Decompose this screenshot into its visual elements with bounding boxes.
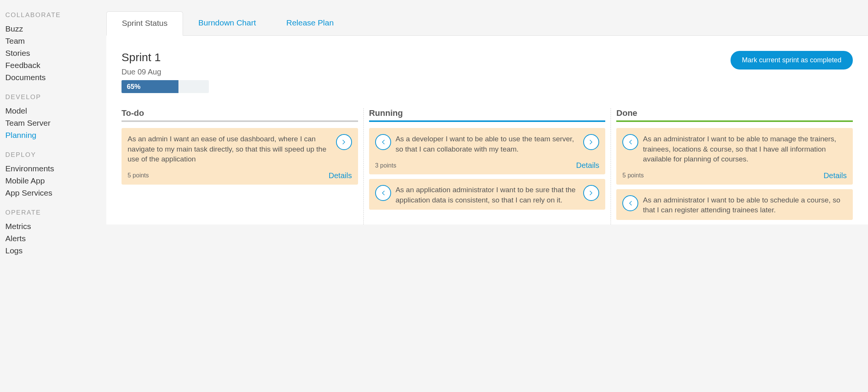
- chevron-left-icon: [628, 139, 633, 145]
- chevron-left-icon: [628, 201, 633, 206]
- sidebar-item-feedback[interactable]: Feedback: [5, 59, 106, 71]
- move-right-button[interactable]: [583, 185, 599, 201]
- sidebar-item-team-server[interactable]: Team Server: [5, 117, 106, 129]
- mark-complete-button[interactable]: Mark current sprint as completed: [731, 51, 853, 70]
- main: Sprint StatusBurndown ChartRelease Plan …: [106, 0, 868, 392]
- move-left-button[interactable]: [375, 134, 391, 150]
- chevron-right-icon: [589, 190, 593, 196]
- sidebar-section: DEVELOPModelTeam ServerPlanning: [5, 93, 106, 141]
- story-card[interactable]: As an administrator I want to be able to…: [616, 189, 853, 220]
- content: Sprint 1 Due 09 Aug 65% Mark current spr…: [106, 36, 868, 224]
- sidebar-item-buzz[interactable]: Buzz: [5, 23, 106, 35]
- card-footer: 3 pointsDetails: [375, 161, 600, 170]
- story-text: As a developer I want to be able to use …: [396, 134, 579, 154]
- sprint-info: Sprint 1 Due 09 Aug 65%: [122, 51, 209, 93]
- sprint-header: Sprint 1 Due 09 Aug 65% Mark current spr…: [122, 51, 853, 93]
- chevron-right-icon: [589, 139, 593, 145]
- story-card[interactable]: As a developer I want to be able to use …: [369, 128, 606, 174]
- board: To-doAs an admin I want an ease of use d…: [122, 108, 853, 224]
- sidebar-item-mobile-app[interactable]: Mobile App: [5, 175, 106, 187]
- story-text: As an administrator I want to be able to…: [643, 134, 847, 164]
- sidebar-section-title: OPERATE: [5, 209, 106, 217]
- progress-bar-fill: 65%: [122, 80, 178, 93]
- story-points: 5 points: [128, 172, 149, 179]
- tabs: Sprint StatusBurndown ChartRelease Plan: [106, 0, 868, 36]
- card-top: As a developer I want to be able to use …: [375, 134, 600, 154]
- column-title: Running: [369, 108, 606, 122]
- card-footer: 5 pointsDetails: [128, 171, 352, 180]
- card-top: As an administrator I want to be able to…: [622, 134, 847, 164]
- sidebar-section-title: DEVELOP: [5, 93, 106, 101]
- sidebar-item-metrics[interactable]: Metrics: [5, 220, 106, 232]
- column-to-do: To-doAs an admin I want an ease of use d…: [122, 108, 364, 224]
- details-link[interactable]: Details: [329, 171, 352, 180]
- move-right-button[interactable]: [583, 134, 599, 150]
- card-top: As an administrator I want to be able to…: [622, 195, 847, 215]
- sidebar-item-app-services[interactable]: App Services: [5, 187, 106, 199]
- sidebar-section-title: COLLABORATE: [5, 11, 106, 19]
- chevron-left-icon: [381, 190, 385, 196]
- sidebar-item-documents[interactable]: Documents: [5, 71, 106, 84]
- column-done: DoneAs an administrator I want to be abl…: [611, 108, 853, 224]
- details-link[interactable]: Details: [576, 161, 599, 170]
- sidebar-item-team[interactable]: Team: [5, 35, 106, 47]
- column-title: Done: [616, 108, 853, 122]
- tab-burndown-chart[interactable]: Burndown Chart: [183, 11, 271, 35]
- story-text: As an admin I want an ease of use dashbo…: [128, 134, 331, 164]
- story-text: As an application administrator I want t…: [396, 185, 579, 205]
- sidebar: COLLABORATEBuzzTeamStoriesFeedbackDocume…: [0, 0, 106, 392]
- card-top: As an admin I want an ease of use dashbo…: [128, 134, 352, 164]
- chevron-right-icon: [342, 139, 346, 145]
- story-card[interactable]: As an administrator I want to be able to…: [616, 128, 853, 185]
- sidebar-item-stories[interactable]: Stories: [5, 47, 106, 59]
- progress-bar: 65%: [122, 80, 209, 93]
- sidebar-section: OPERATEMetricsAlertsLogs: [5, 209, 106, 257]
- sidebar-section: COLLABORATEBuzzTeamStoriesFeedbackDocume…: [5, 11, 106, 84]
- tab-release-plan[interactable]: Release Plan: [271, 11, 349, 35]
- card-footer: 5 pointsDetails: [622, 171, 847, 180]
- story-card[interactable]: As an admin I want an ease of use dashbo…: [122, 128, 358, 185]
- chevron-left-icon: [381, 139, 385, 145]
- column-title: To-do: [122, 108, 358, 122]
- sidebar-section-title: DEPLOY: [5, 151, 106, 159]
- story-points: 5 points: [622, 172, 644, 179]
- card-top: As an application administrator I want t…: [375, 185, 600, 205]
- tab-sprint-status[interactable]: Sprint Status: [106, 11, 183, 36]
- story-points: 3 points: [375, 162, 396, 169]
- details-link[interactable]: Details: [824, 171, 847, 180]
- sidebar-section: DEPLOYEnvironmentsMobile AppApp Services: [5, 151, 106, 199]
- story-text: As an administrator I want to be able to…: [643, 195, 847, 215]
- sidebar-item-environments[interactable]: Environments: [5, 163, 106, 175]
- sidebar-item-model[interactable]: Model: [5, 105, 106, 117]
- move-left-button[interactable]: [375, 185, 391, 201]
- sidebar-item-planning[interactable]: Planning: [5, 129, 106, 141]
- move-right-button[interactable]: [336, 134, 352, 150]
- move-left-button[interactable]: [622, 195, 638, 211]
- column-running: RunningAs a developer I want to be able …: [364, 108, 611, 224]
- sidebar-item-alerts[interactable]: Alerts: [5, 232, 106, 245]
- story-card[interactable]: As an application administrator I want t…: [369, 179, 606, 210]
- move-left-button[interactable]: [622, 134, 638, 150]
- sprint-due: Due 09 Aug: [122, 68, 209, 76]
- sidebar-item-logs[interactable]: Logs: [5, 245, 106, 257]
- sprint-title: Sprint 1: [122, 51, 209, 64]
